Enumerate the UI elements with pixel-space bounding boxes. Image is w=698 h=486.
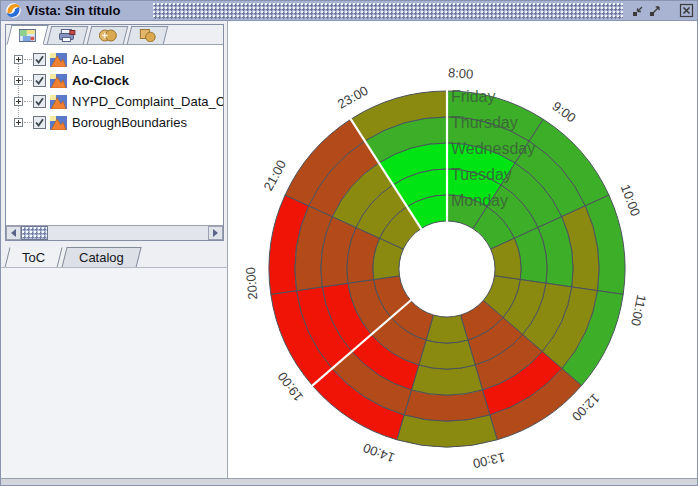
layer-row[interactable]: NYPD_Complaint_Data_C: [6, 91, 223, 112]
panel-switch-tabs: ToCCatalog: [7, 247, 143, 268]
scroll-right-button[interactable]: [208, 226, 223, 240]
close-button[interactable]: [679, 3, 694, 18]
tab-label: Catalog: [79, 250, 124, 265]
hour-label-8:00: 8:00: [447, 65, 473, 82]
tree-connector: [24, 101, 32, 102]
expand-plus-icon[interactable]: [14, 55, 23, 64]
hour-label-11:00: 11:00: [628, 293, 649, 327]
layer-tree: Ao-LabelAo-ClockNYPD_Complaint_Data_CBor…: [6, 45, 223, 211]
layer-label: Ao-Clock: [72, 73, 129, 88]
gvsig-logo-icon: [6, 3, 21, 18]
right-arrow-icon: [213, 229, 218, 237]
layer-row[interactable]: BoroughBoundaries: [6, 112, 223, 133]
view-internal-frame: Vista: Sin título: [0, 0, 698, 486]
expand-plus-icon[interactable]: [14, 76, 23, 85]
clock-chart: FridayThursdayWednesdayTuesdayMonday8:00…: [228, 21, 697, 480]
titlebar-texture: [153, 3, 623, 19]
layer-tree-box: Ao-LabelAo-ClockNYPD_Complaint_Data_CBor…: [5, 24, 224, 241]
hour-label-9:00: 9:00: [549, 98, 578, 125]
layer-icon: [50, 95, 67, 109]
expand-plus-icon[interactable]: [14, 118, 23, 127]
layer-label: NYPD_Complaint_Data_C: [72, 94, 223, 109]
hour-label-12:00: 12:00: [569, 391, 603, 425]
ring-label-tuesday: Tuesday: [451, 166, 512, 183]
layer-row[interactable]: Ao-Label: [6, 49, 223, 70]
expand-plus-icon[interactable]: [14, 97, 23, 106]
tab-toc[interactable]: ToC: [4, 247, 62, 268]
hour-label-13:00: 13:00: [471, 450, 506, 472]
ring-label-wednesday: Wednesday: [451, 140, 535, 157]
hour-label-21:00: 21:00: [260, 157, 289, 193]
coins-icon: [98, 29, 116, 42]
tab-label: ToC: [22, 250, 45, 265]
window-body: Ao-LabelAo-ClockNYPD_Complaint_Data_CBor…: [1, 21, 697, 480]
layer-visibility-checkbox[interactable]: [33, 74, 46, 87]
tree-connector: [24, 80, 32, 81]
left-arrow-icon: [11, 229, 16, 237]
layer-label: Ao-Label: [72, 52, 124, 67]
shapes-icon: [138, 29, 156, 42]
ring-label-monday: Monday: [451, 192, 508, 209]
layer-row[interactable]: Ao-Clock: [6, 70, 223, 91]
maximize-button[interactable]: [648, 4, 662, 18]
toc-toolbar-tab-1[interactable]: [7, 25, 49, 45]
hour-label-20:00: 20:00: [243, 267, 260, 301]
toc-toolbar-tabs: [6, 25, 223, 45]
scroll-left-button[interactable]: [6, 226, 21, 240]
tree-connector: [24, 122, 32, 123]
layer-visibility-checkbox[interactable]: [33, 116, 46, 129]
toc-toolbar-tab-2[interactable]: [47, 26, 88, 44]
toc-panel: Ao-LabelAo-ClockNYPD_Complaint_Data_CBor…: [1, 21, 228, 480]
window-titlebar[interactable]: Vista: Sin título: [1, 1, 697, 21]
map-icon: [19, 29, 36, 42]
tab-catalog[interactable]: Catalog: [62, 247, 142, 268]
toc-toolbar-tab-3[interactable]: [87, 26, 128, 44]
empty-panel-area: [1, 268, 227, 480]
hour-label-10:00: 10:00: [617, 182, 642, 218]
printer-icon: [59, 29, 76, 42]
minimize-button[interactable]: [631, 4, 645, 18]
hour-label-19:00: 19:00: [274, 369, 306, 404]
layer-visibility-checkbox[interactable]: [33, 53, 46, 66]
window-bottom-border: [1, 478, 697, 485]
tree-connector: [24, 59, 32, 60]
hour-label-23:00: 23:00: [335, 83, 371, 112]
scrollbar-thumb[interactable]: [21, 226, 48, 240]
layer-label: BoroughBoundaries: [72, 115, 187, 130]
ring-label-friday: Friday: [451, 88, 495, 105]
clock-cell-13:00-Tuesday: [418, 340, 474, 369]
hour-label-14:00: 14:00: [361, 440, 397, 465]
layer-icon: [50, 53, 67, 67]
toc-toolbar-tab-4[interactable]: [127, 26, 168, 44]
scrollbar-track[interactable]: [48, 226, 208, 240]
layer-icon: [50, 116, 67, 130]
layer-visibility-checkbox[interactable]: [33, 95, 46, 108]
map-view-panel[interactable]: FridayThursdayWednesdayTuesdayMonday8:00…: [228, 21, 697, 480]
toc-horizontal-scrollbar[interactable]: [6, 225, 223, 240]
ring-label-thursday: Thursday: [451, 114, 518, 131]
window-title: Vista: Sin título: [26, 3, 120, 18]
layer-icon: [50, 74, 67, 88]
